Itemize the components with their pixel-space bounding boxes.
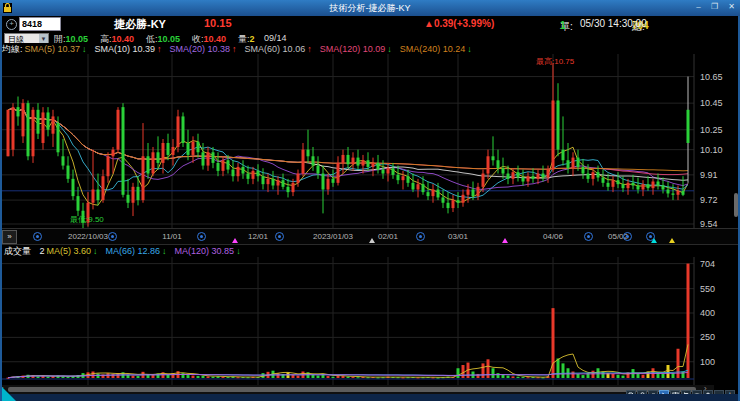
volume-legend-bar: 成交量 2MA(5) 3.60↓MA(66) 12.86↓MA(120) 30.… <box>2 244 738 258</box>
stock-name: 捷必勝-KY <box>114 17 166 32</box>
x-axis-label: 02/01 <box>378 232 398 241</box>
price-chart[interactable]: 10.6510.4510.2510.109.919.729.54最高:10.75… <box>0 54 740 228</box>
last-price: 10.15 <box>204 17 232 29</box>
down-arrow-icon: ↓ <box>236 245 241 257</box>
svg-text:250: 250 <box>700 332 715 342</box>
svg-text:10.45: 10.45 <box>700 98 723 108</box>
close-button[interactable]: ✕ <box>728 2 736 11</box>
minimize-button[interactable]: – <box>696 2 701 11</box>
search-icon[interactable]: + <box>6 19 17 30</box>
volume-label: 成交量 <box>4 245 31 257</box>
window-title: 技術分析-捷必勝-KY <box>0 2 740 15</box>
down-arrow-icon: ↓ <box>93 245 98 257</box>
event-marker-icon[interactable] <box>623 232 632 241</box>
event-marker-icon[interactable] <box>108 232 117 241</box>
app-window: 技術分析-捷必勝-KY – ❐ ✕ + 捷必勝-KY 10.15 ▲0.39(+… <box>0 0 740 401</box>
signal-triangle-icon[interactable] <box>369 238 375 243</box>
maximize-button[interactable]: ❐ <box>711 2 719 11</box>
quote-datetime: 05/30 14:30:00 <box>580 18 647 29</box>
x-axis-label: 2023/01/03 <box>313 232 353 241</box>
signal-triangle-icon[interactable] <box>502 238 508 243</box>
ma-legend-item: MA(66) 12.86 <box>106 245 161 257</box>
price-change: ▲0.39(+3.99%) <box>424 18 494 29</box>
svg-text:10.10: 10.10 <box>700 145 723 155</box>
svg-text:10.25: 10.25 <box>700 125 723 135</box>
signal-triangle-icon[interactable] <box>651 238 657 243</box>
svg-text:最高:10.75: 最高:10.75 <box>536 57 575 66</box>
bar-date: 09/14 <box>264 33 287 43</box>
expand-button[interactable]: » <box>2 230 17 244</box>
left-frame <box>0 16 2 401</box>
bottom-frame <box>0 394 740 401</box>
horizontal-scrollbar-thumb[interactable] <box>8 387 696 392</box>
svg-text:9.72: 9.72 <box>700 195 718 205</box>
event-marker-icon[interactable] <box>197 232 206 241</box>
signal-triangle-icon[interactable] <box>232 238 238 243</box>
event-marker-icon[interactable] <box>416 232 425 241</box>
x-axis-label: 2022/10/03 <box>68 232 108 241</box>
title-bar: 技術分析-捷必勝-KY – ❐ ✕ <box>0 0 740 16</box>
svg-text:最低:9.50: 最低:9.50 <box>70 215 104 224</box>
event-marker-icon[interactable] <box>275 232 284 241</box>
x-axis-label: 03/01 <box>448 232 468 241</box>
horizontal-scrollbar[interactable]: ‹ › <box>0 385 714 394</box>
quote-header: + 捷必勝-KY 10.15 ▲0.39(+3.99%) 單:1 總:704 0… <box>2 16 738 32</box>
event-marker-icon[interactable] <box>33 232 42 241</box>
svg-text:9.91: 9.91 <box>700 170 718 180</box>
corner-accent <box>0 385 16 401</box>
stock-code-input[interactable] <box>19 17 61 31</box>
svg-text:704: 704 <box>700 259 715 269</box>
ma-legend-item: MA(120) 30.85 <box>175 245 235 257</box>
svg-text:550: 550 <box>700 284 715 294</box>
event-marker-icon[interactable] <box>584 232 593 241</box>
svg-text:9.54: 9.54 <box>700 219 718 228</box>
x-axis-label: 11/01 <box>162 232 181 241</box>
ma-legend-item: MA(5) 3.60 <box>47 245 92 257</box>
signal-triangle-icon[interactable] <box>669 238 675 243</box>
volume-chart[interactable]: 704550400250100 <box>0 257 740 385</box>
svg-text:100: 100 <box>700 357 715 367</box>
svg-text:400: 400 <box>700 308 715 318</box>
x-axis-label: 04/06 <box>543 232 563 241</box>
x-axis-label: 12/01 <box>248 232 268 241</box>
down-arrow-icon: ↓ <box>162 245 167 257</box>
svg-text:10.65: 10.65 <box>700 72 723 82</box>
